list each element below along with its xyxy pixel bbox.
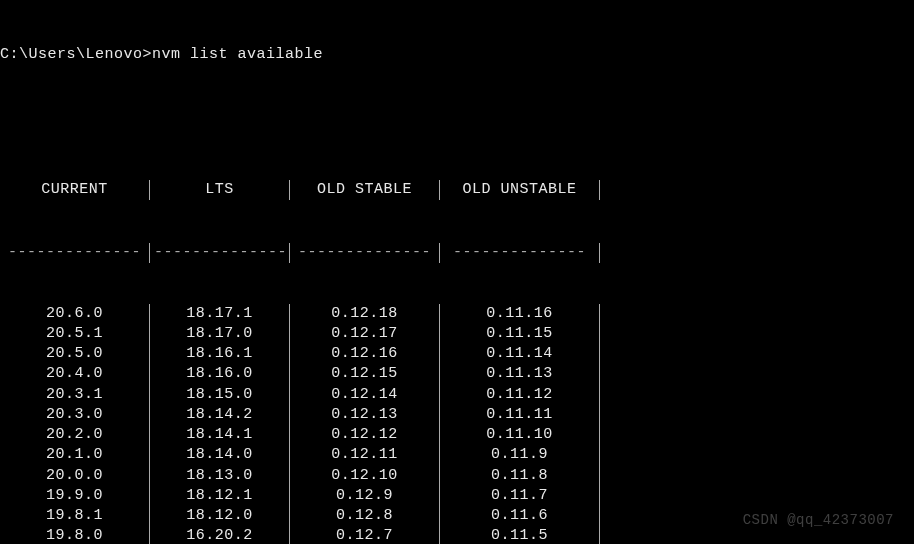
table-cell: 0.12.18 [290, 304, 440, 324]
table-row: 20.5.018.16.10.12.160.11.14 [0, 344, 914, 364]
table-row: 20.2.018.14.10.12.120.11.10 [0, 425, 914, 445]
table-row: 20.5.118.17.00.12.170.11.15 [0, 324, 914, 344]
table-cell: 20.3.1 [0, 385, 150, 405]
table-cell: 0.12.16 [290, 344, 440, 364]
table-cell: 18.12.1 [150, 486, 290, 506]
table-cell: 0.11.8 [440, 466, 600, 486]
col-header-old-unstable: OLD UNSTABLE [440, 180, 600, 200]
table-row: 19.9.018.12.10.12.90.11.7 [0, 486, 914, 506]
table-divider: -------------- -------------- ----------… [0, 243, 914, 263]
table-cell: 0.12.17 [290, 324, 440, 344]
table-cell: 0.12.11 [290, 445, 440, 465]
table-cell: 18.12.0 [150, 506, 290, 526]
table-cell: 20.0.0 [0, 466, 150, 486]
table-cell: 0.11.9 [440, 445, 600, 465]
table-row: 20.3.018.14.20.12.130.11.11 [0, 405, 914, 425]
table-cell: 0.12.7 [290, 526, 440, 544]
table-cell: 0.11.15 [440, 324, 600, 344]
table-cell: 0.12.12 [290, 425, 440, 445]
table-cell: 0.11.11 [440, 405, 600, 425]
table-cell: 18.14.0 [150, 445, 290, 465]
version-table: CURRENT LTS OLD STABLE OLD UNSTABLE ----… [0, 140, 914, 545]
table-cell: 18.17.0 [150, 324, 290, 344]
col-header-lts: LTS [150, 180, 290, 200]
table-cell: 0.11.14 [440, 344, 600, 364]
table-cell: 20.3.0 [0, 405, 150, 425]
table-cell: 0.12.13 [290, 405, 440, 425]
table-cell: 20.6.0 [0, 304, 150, 324]
table-cell: 18.14.2 [150, 405, 290, 425]
watermark: CSDN @qq_42373007 [743, 511, 894, 530]
table-cell: 19.8.0 [0, 526, 150, 544]
table-cell: 0.11.13 [440, 364, 600, 384]
table-cell: 18.17.1 [150, 304, 290, 324]
table-cell: 18.13.0 [150, 466, 290, 486]
table-cell: 0.12.10 [290, 466, 440, 486]
table-cell: 0.12.8 [290, 506, 440, 526]
table-cell: 0.11.7 [440, 486, 600, 506]
table-cell: 18.16.0 [150, 364, 290, 384]
table-row: 20.1.018.14.00.12.110.11.9 [0, 445, 914, 465]
table-cell: 18.16.1 [150, 344, 290, 364]
command-prompt[interactable]: C:\Users\Lenovo>nvm list available [0, 45, 914, 65]
table-cell: 19.9.0 [0, 486, 150, 506]
table-cell: 0.12.14 [290, 385, 440, 405]
table-cell: 19.8.1 [0, 506, 150, 526]
table-header-row: CURRENT LTS OLD STABLE OLD UNSTABLE [0, 180, 914, 202]
table-row: 20.4.018.16.00.12.150.11.13 [0, 364, 914, 384]
table-cell: 0.11.6 [440, 506, 600, 526]
table-cell: 0.11.10 [440, 425, 600, 445]
table-cell: 0.11.16 [440, 304, 600, 324]
prompt-path: C:\Users\Lenovo> [0, 46, 152, 63]
table-cell: 0.12.9 [290, 486, 440, 506]
table-cell: 20.5.0 [0, 344, 150, 364]
table-cell: 16.20.2 [150, 526, 290, 544]
col-header-old-stable: OLD STABLE [290, 180, 440, 200]
col-header-current: CURRENT [0, 180, 150, 200]
table-cell: 0.12.15 [290, 364, 440, 384]
table-cell: 20.2.0 [0, 425, 150, 445]
table-row: 20.0.018.13.00.12.100.11.8 [0, 466, 914, 486]
table-cell: 20.1.0 [0, 445, 150, 465]
table-cell: 20.5.1 [0, 324, 150, 344]
table-row: 20.3.118.15.00.12.140.11.12 [0, 385, 914, 405]
table-row: 20.6.018.17.10.12.180.11.16 [0, 304, 914, 324]
table-cell: 20.4.0 [0, 364, 150, 384]
table-cell: 18.15.0 [150, 385, 290, 405]
prompt-command: nvm list available [152, 46, 323, 63]
table-cell: 18.14.1 [150, 425, 290, 445]
table-cell: 0.11.12 [440, 385, 600, 405]
table-cell: 0.11.5 [440, 526, 600, 544]
